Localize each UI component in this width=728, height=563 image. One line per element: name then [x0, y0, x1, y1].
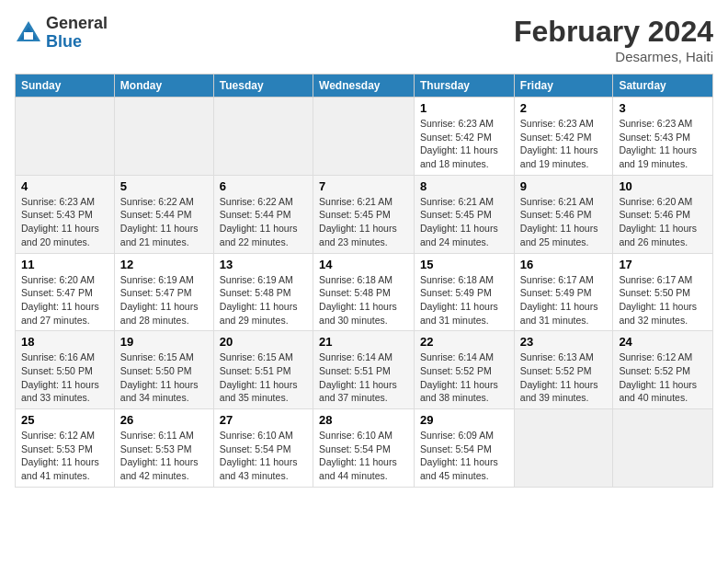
logo: General Blue — [15, 15, 108, 52]
day-info: Sunrise: 6:18 AMSunset: 5:49 PMDaylight:… — [420, 273, 508, 327]
calendar-header-row: SundayMondayTuesdayWednesdayThursdayFrid… — [16, 75, 713, 98]
day-info: Sunrise: 6:15 AMSunset: 5:50 PMDaylight:… — [120, 350, 208, 405]
day-number: 5 — [120, 179, 208, 193]
day-info: Sunrise: 6:17 AMSunset: 5:50 PMDaylight:… — [619, 273, 707, 327]
day-number: 29 — [420, 413, 508, 427]
day-number: 19 — [120, 335, 208, 349]
day-info: Sunrise: 6:17 AMSunset: 5:49 PMDaylight:… — [520, 273, 608, 327]
calendar-week-row: 1Sunrise: 6:23 AMSunset: 5:42 PMDaylight… — [16, 98, 713, 176]
day-info: Sunrise: 6:16 AMSunset: 5:50 PMDaylight:… — [21, 350, 108, 405]
calendar-cell — [16, 98, 115, 176]
title-block: February 2024 Desarmes, Haiti — [514, 15, 713, 64]
calendar-cell: 23Sunrise: 6:13 AMSunset: 5:52 PMDayligh… — [514, 331, 613, 409]
day-number: 27 — [220, 413, 307, 427]
header-monday: Monday — [114, 75, 213, 98]
day-number: 16 — [520, 258, 608, 271]
calendar-cell: 16Sunrise: 6:17 AMSunset: 5:49 PMDayligh… — [514, 253, 613, 331]
day-info: Sunrise: 6:10 AMSunset: 5:54 PMDaylight:… — [220, 429, 307, 483]
calendar-week-row: 18Sunrise: 6:16 AMSunset: 5:50 PMDayligh… — [16, 331, 713, 409]
header-sunday: Sunday — [16, 75, 115, 98]
calendar-cell: 13Sunrise: 6:19 AMSunset: 5:48 PMDayligh… — [213, 253, 313, 331]
day-number: 15 — [420, 258, 508, 271]
day-info: Sunrise: 6:13 AMSunset: 5:52 PMDaylight:… — [520, 350, 608, 405]
calendar-cell: 1Sunrise: 6:23 AMSunset: 5:42 PMDaylight… — [415, 98, 515, 176]
calendar-week-row: 4Sunrise: 6:23 AMSunset: 5:43 PMDaylight… — [16, 175, 713, 253]
day-info: Sunrise: 6:21 AMSunset: 5:45 PMDaylight:… — [319, 195, 408, 249]
calendar-cell — [313, 98, 415, 176]
day-info: Sunrise: 6:12 AMSunset: 5:52 PMDaylight:… — [619, 350, 707, 405]
calendar-cell: 6Sunrise: 6:22 AMSunset: 5:44 PMDaylight… — [213, 175, 313, 253]
day-info: Sunrise: 6:23 AMSunset: 5:42 PMDaylight:… — [520, 117, 608, 171]
calendar-cell: 10Sunrise: 6:20 AMSunset: 5:46 PMDayligh… — [613, 175, 713, 253]
day-info: Sunrise: 6:10 AMSunset: 5:54 PMDaylight:… — [319, 429, 408, 483]
day-number: 7 — [319, 179, 408, 193]
calendar-cell — [114, 98, 213, 176]
day-info: Sunrise: 6:23 AMSunset: 5:43 PMDaylight:… — [21, 195, 108, 249]
calendar-cell: 4Sunrise: 6:23 AMSunset: 5:43 PMDaylight… — [16, 175, 115, 253]
header-saturday: Saturday — [613, 75, 713, 98]
calendar-cell: 8Sunrise: 6:21 AMSunset: 5:45 PMDaylight… — [415, 175, 515, 253]
calendar-cell: 2Sunrise: 6:23 AMSunset: 5:42 PMDaylight… — [514, 98, 613, 176]
day-info: Sunrise: 6:15 AMSunset: 5:51 PMDaylight:… — [220, 350, 307, 405]
day-number: 21 — [319, 335, 408, 349]
day-number: 13 — [220, 258, 307, 271]
calendar-cell: 24Sunrise: 6:12 AMSunset: 5:52 PMDayligh… — [613, 331, 713, 409]
day-number: 12 — [120, 258, 208, 271]
header-thursday: Thursday — [415, 75, 515, 98]
calendar-cell — [514, 409, 613, 488]
calendar-cell: 29Sunrise: 6:09 AMSunset: 5:54 PMDayligh… — [415, 409, 515, 488]
calendar-cell: 18Sunrise: 6:16 AMSunset: 5:50 PMDayligh… — [16, 331, 115, 409]
day-info: Sunrise: 6:23 AMSunset: 5:42 PMDaylight:… — [420, 117, 508, 171]
day-info: Sunrise: 6:22 AMSunset: 5:44 PMDaylight:… — [220, 195, 307, 249]
page-header: General Blue February 2024 Desarmes, Hai… — [15, 15, 713, 64]
calendar-cell: 14Sunrise: 6:18 AMSunset: 5:48 PMDayligh… — [313, 253, 415, 331]
calendar-cell: 17Sunrise: 6:17 AMSunset: 5:50 PMDayligh… — [613, 253, 713, 331]
svg-rect-2 — [24, 32, 33, 40]
day-info: Sunrise: 6:19 AMSunset: 5:48 PMDaylight:… — [220, 273, 307, 327]
day-number: 26 — [120, 413, 208, 427]
calendar-cell: 22Sunrise: 6:14 AMSunset: 5:52 PMDayligh… — [415, 331, 515, 409]
calendar-cell: 28Sunrise: 6:10 AMSunset: 5:54 PMDayligh… — [313, 409, 415, 488]
calendar-cell: 27Sunrise: 6:10 AMSunset: 5:54 PMDayligh… — [213, 409, 313, 488]
day-number: 10 — [619, 179, 707, 193]
location-subtitle: Desarmes, Haiti — [514, 49, 713, 64]
calendar-table: SundayMondayTuesdayWednesdayThursdayFrid… — [15, 74, 713, 488]
header-friday: Friday — [514, 75, 613, 98]
calendar-cell: 5Sunrise: 6:22 AMSunset: 5:44 PMDaylight… — [114, 175, 213, 253]
day-number: 22 — [420, 335, 508, 349]
day-number: 24 — [619, 335, 707, 349]
day-info: Sunrise: 6:21 AMSunset: 5:46 PMDaylight:… — [520, 195, 608, 249]
day-number: 18 — [21, 335, 108, 349]
logo-general: General — [46, 15, 108, 33]
day-number: 2 — [520, 101, 608, 115]
calendar-cell — [213, 98, 313, 176]
day-number: 6 — [220, 179, 307, 193]
calendar-cell: 25Sunrise: 6:12 AMSunset: 5:53 PMDayligh… — [16, 409, 115, 488]
day-number: 28 — [319, 413, 408, 427]
main-title: February 2024 — [514, 15, 713, 49]
calendar-cell: 20Sunrise: 6:15 AMSunset: 5:51 PMDayligh… — [213, 331, 313, 409]
calendar-cell — [613, 409, 713, 488]
logo-blue: Blue — [46, 33, 108, 52]
day-info: Sunrise: 6:18 AMSunset: 5:48 PMDaylight:… — [319, 273, 408, 327]
day-info: Sunrise: 6:23 AMSunset: 5:43 PMDaylight:… — [619, 117, 707, 171]
day-number: 23 — [520, 335, 608, 349]
day-info: Sunrise: 6:19 AMSunset: 5:47 PMDaylight:… — [120, 273, 208, 327]
calendar-week-row: 25Sunrise: 6:12 AMSunset: 5:53 PMDayligh… — [16, 409, 713, 488]
day-number: 17 — [619, 258, 707, 271]
calendar-cell: 7Sunrise: 6:21 AMSunset: 5:45 PMDaylight… — [313, 175, 415, 253]
day-info: Sunrise: 6:20 AMSunset: 5:47 PMDaylight:… — [21, 273, 108, 327]
calendar-week-row: 11Sunrise: 6:20 AMSunset: 5:47 PMDayligh… — [16, 253, 713, 331]
calendar-cell: 21Sunrise: 6:14 AMSunset: 5:51 PMDayligh… — [313, 331, 415, 409]
day-info: Sunrise: 6:21 AMSunset: 5:45 PMDaylight:… — [420, 195, 508, 249]
day-number: 14 — [319, 258, 408, 271]
logo-text: General Blue — [46, 15, 108, 52]
calendar-cell: 3Sunrise: 6:23 AMSunset: 5:43 PMDaylight… — [613, 98, 713, 176]
header-wednesday: Wednesday — [313, 75, 415, 98]
calendar-cell: 26Sunrise: 6:11 AMSunset: 5:53 PMDayligh… — [114, 409, 213, 488]
day-info: Sunrise: 6:22 AMSunset: 5:44 PMDaylight:… — [120, 195, 208, 249]
header-tuesday: Tuesday — [213, 75, 313, 98]
day-info: Sunrise: 6:12 AMSunset: 5:53 PMDaylight:… — [21, 429, 108, 483]
day-info: Sunrise: 6:14 AMSunset: 5:51 PMDaylight:… — [319, 350, 408, 405]
day-number: 1 — [420, 101, 508, 115]
